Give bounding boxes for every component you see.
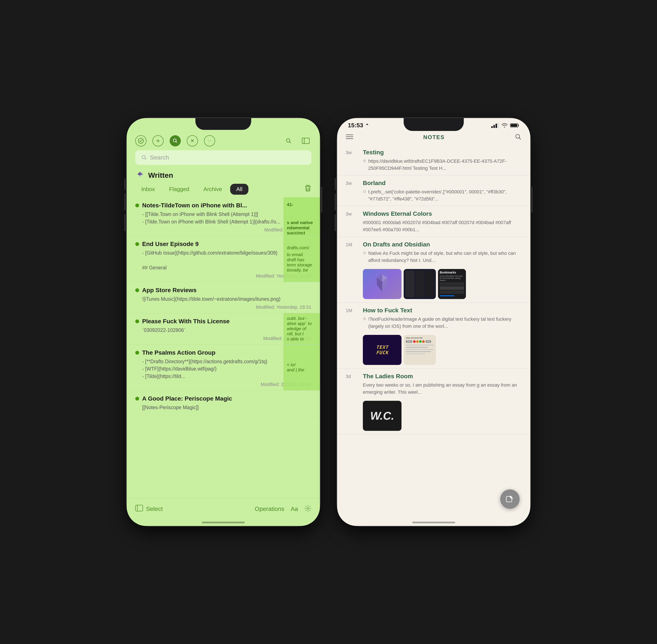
settings-row <box>440 282 464 286</box>
draft-item[interactable]: App Store Reviews ![iTunes Music](https:… <box>127 282 320 314</box>
overlay-text: oubt, but - <box>287 316 316 321</box>
search-bar[interactable]: Search <box>135 150 311 165</box>
operations-button[interactable]: Operations <box>255 506 284 512</box>
left-phone-screen: + ✕ ··· <box>127 118 320 526</box>
workspace-name: Written <box>148 171 173 180</box>
right-phone: 15:53 <box>337 118 530 526</box>
overlay-text: ative app` to <box>287 321 316 326</box>
bottom-left-controls: Select <box>135 505 163 513</box>
draft-dot <box>135 397 139 400</box>
home-indicator-right <box>412 522 455 523</box>
note-content: How to Fuck Text ⊙ !TextFuckHeaderImage … <box>363 307 522 330</box>
draft-item[interactable]: Notes-TildeTown on iPhone with Bl... - [… <box>127 197 320 236</box>
filter-archive[interactable]: Archive <box>198 184 228 195</box>
note-title: Testing <box>363 149 522 156</box>
sidebar-icon-top[interactable] <box>300 135 311 146</box>
draft-dot <box>135 288 139 292</box>
overlay-text: draft has <box>287 257 316 262</box>
draft-meta: Modified: Yesterday, 19:31 <box>135 304 311 310</box>
note-title: How to Fuck Text <box>363 307 522 314</box>
note-title: The Ladies Room <box>363 373 522 380</box>
menu-icon[interactable] <box>346 134 354 140</box>
overlay-text: term storage <box>287 262 316 268</box>
note-title: On Drafts and Obsidian <box>363 241 522 248</box>
note-preview: #000001 #000da6 #00207d #004bad #007aff … <box>363 219 522 233</box>
filter-flagged[interactable]: Flagged <box>163 184 196 195</box>
filter-all[interactable]: All <box>230 184 248 195</box>
filter-inbox[interactable]: Inbox <box>135 184 161 195</box>
draft-title: Please Fuck With This License <box>142 318 229 325</box>
svg-point-5 <box>142 156 145 159</box>
overlay-text: < io/ <box>287 362 316 367</box>
bottom-sidebar-icon[interactable] <box>135 505 143 513</box>
draft-title: Notes-TildeTown on iPhone with Bl... <box>142 202 247 209</box>
draft-dot <box>135 351 139 354</box>
draft-item[interactable]: End User Episode 9 - [GitHub Issue](http… <box>127 236 320 282</box>
draft-item[interactable]: A Good Place: Periscope Magic [[Notes-Pe… <box>127 390 320 416</box>
note-preview-text: #000001 #000da6 #00207d #004bad #007aff … <box>363 219 522 233</box>
note-preview: ⊙ https://davidblue.wtfdraftsEC1F9B3A-DC… <box>363 158 522 172</box>
notes-header: NOTES <box>337 131 530 145</box>
lock-icon: ⊙ <box>363 189 366 194</box>
note-item[interactable]: 1M On Drafts and Obsidian ⊙ Native As Fu… <box>337 237 530 303</box>
check-circle-icon[interactable] <box>135 135 146 146</box>
note-preview: ⊙ t.prefs_.set('color-palette-overrides'… <box>363 188 522 202</box>
notes-search-icon[interactable] <box>515 133 522 141</box>
filter-tabs: Inbox Flagged Archive All <box>127 182 320 197</box>
overlay-text: nill, but I <box>287 331 316 337</box>
note-preview: ⊙ !TextFuckHeaderImage A guide on digita… <box>363 316 522 330</box>
more-icon[interactable]: ··· <box>204 135 215 146</box>
note-preview-text: https://davidblue.wtfdraftsEC1F9B3A-DCEE… <box>368 158 522 172</box>
status-time: 15:53 <box>348 122 369 129</box>
location-icon <box>365 123 369 128</box>
search-active-icon[interactable] <box>169 135 181 146</box>
draft-title: App Store Reviews <box>142 287 197 294</box>
left-toolbar: + ✕ ··· <box>127 133 320 148</box>
note-content: Borland ⊙ t.prefs_.set('color-palette-ov… <box>363 180 522 202</box>
new-note-fab[interactable] <box>500 489 520 509</box>
font-icon[interactable]: Aa <box>291 506 298 512</box>
draft-title: The Psalms Action Group <box>142 349 216 356</box>
search-icon-right[interactable] <box>283 135 294 146</box>
lock-icon: ⊙ <box>363 316 366 322</box>
side-buttons-right <box>320 187 322 212</box>
svg-point-0 <box>138 138 143 143</box>
note-content: The Ladies Room Every two weeks or so, I… <box>363 373 522 396</box>
fab-compose-icon <box>506 495 514 503</box>
wifi-icon <box>501 123 508 128</box>
draft-preview: ![iTunes Music](https://tilde.town/~extr… <box>135 295 311 303</box>
note-item[interactable]: 1M How to Fuck Text ⊙ !TextFuckHeaderIma… <box>337 303 530 369</box>
note-preview-text: Every two weeks or so, I am publishing a… <box>363 382 522 396</box>
obsidian-image <box>363 269 402 299</box>
home-indicator-left <box>202 522 245 523</box>
select-button[interactable]: Select <box>146 506 163 512</box>
textfuck-label: TEXTFUCK <box>376 345 388 355</box>
settings-title-text: Bookmarks <box>440 271 464 274</box>
draft-item[interactable]: Please Fuck With This License `03092022-… <box>127 313 320 345</box>
settings-icon[interactable] <box>304 505 311 513</box>
left-toolbar-left-icons: + ✕ ··· <box>135 135 215 146</box>
textfuck-image: TEXTFUCK <box>363 335 402 365</box>
draft-item[interactable]: The Psalms Action Group - [**Drafts Dire… <box>127 345 320 391</box>
note-item[interactable]: 3w Borland ⊙ t.prefs_.set('color-palette… <box>337 176 530 206</box>
note-item[interactable]: 3w Windows Eternal Colors #000001 #000da… <box>337 206 530 237</box>
right-phone-screen: 15:53 <box>337 118 530 526</box>
close-icon[interactable]: ✕ <box>187 135 198 146</box>
note-item[interactable]: 3w Testing ⊙ https://davidblue.wtfdrafts… <box>337 145 530 176</box>
note-preview: Every two weeks or so, I am publishing a… <box>363 382 522 396</box>
note-item[interactable]: 3d The Ladies Room Every two weeks or so… <box>337 369 530 435</box>
plus-icon[interactable]: + <box>153 135 164 146</box>
note-age: 1M <box>346 307 359 330</box>
obsidian-crystal-icon <box>373 273 391 295</box>
draft-dot <box>135 319 139 323</box>
notch-right <box>404 118 464 131</box>
svg-rect-3 <box>302 138 310 144</box>
svg-rect-10 <box>493 125 495 128</box>
overlay-text: drafts.com/ <box>287 245 316 250</box>
note-preview-text: t.prefs_.set('color-palette-overrides',[… <box>368 188 522 202</box>
svg-point-8 <box>307 508 309 509</box>
trash-icon[interactable] <box>304 185 311 194</box>
battery-icon <box>510 123 520 128</box>
draft-dot <box>135 242 139 246</box>
note-content: Windows Eternal Colors #000001 #000da6 #… <box>363 210 522 233</box>
